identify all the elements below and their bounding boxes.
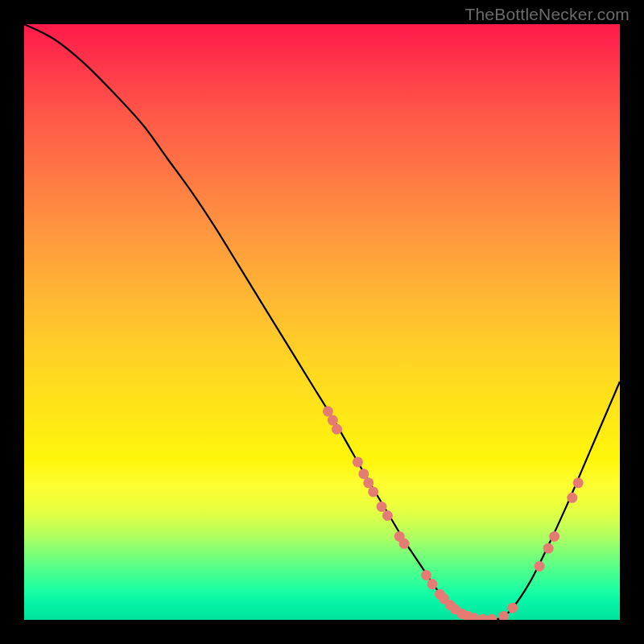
chart-svg	[24, 24, 620, 620]
bottleneck-curve-path	[24, 24, 620, 620]
data-marker	[363, 477, 374, 488]
data-marker	[477, 614, 488, 620]
data-marker	[427, 579, 437, 589]
data-marker	[399, 539, 410, 549]
watermark-text: TheBottleNecker.com	[464, 5, 630, 24]
data-marker	[332, 424, 342, 435]
data-marker	[543, 543, 554, 554]
data-marker	[549, 531, 559, 542]
data-marker	[535, 561, 545, 572]
data-marker	[486, 614, 497, 620]
data-marker	[358, 469, 369, 479]
data-marker	[368, 486, 378, 497]
data-marker	[323, 407, 333, 417]
data-markers-group	[323, 407, 584, 621]
data-marker	[507, 603, 518, 613]
data-marker	[573, 477, 584, 488]
data-marker	[421, 570, 431, 580]
data-marker	[377, 502, 387, 512]
data-marker	[567, 493, 577, 503]
chart-plot-area	[24, 24, 620, 620]
data-marker	[382, 510, 393, 521]
data-marker	[353, 456, 363, 467]
data-marker	[328, 415, 338, 426]
